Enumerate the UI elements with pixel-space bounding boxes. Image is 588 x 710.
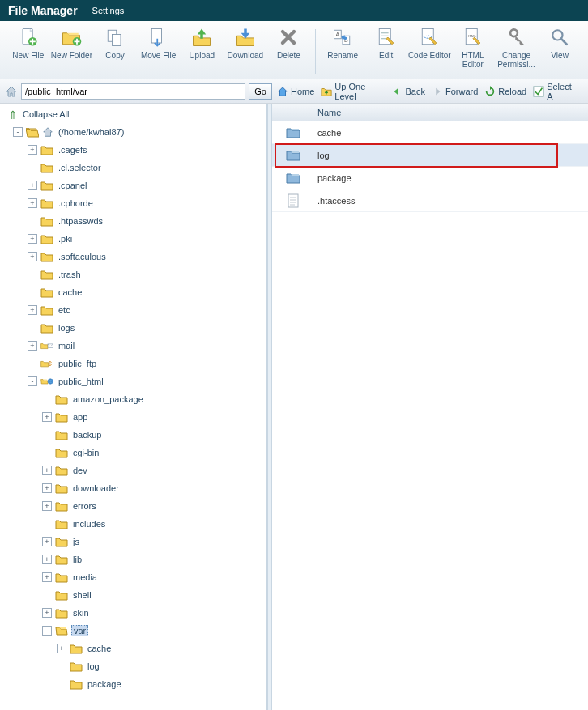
expand-toggle[interactable]: - bbox=[13, 127, 23, 137]
nav-select-all[interactable]: Select A bbox=[533, 82, 577, 101]
file-row-.htaccess[interactable]: .htaccess bbox=[272, 189, 588, 212]
expand-toggle[interactable]: - bbox=[28, 376, 37, 386]
tree-item-.cl.selector[interactable]: .cl.selector bbox=[8, 159, 263, 176]
tree-item-mail[interactable]: +mail bbox=[8, 337, 263, 355]
file-row-log[interactable]: log bbox=[272, 144, 588, 167]
folder-icon bbox=[70, 643, 83, 654]
reload-icon bbox=[484, 86, 496, 97]
home-icon[interactable] bbox=[5, 85, 18, 98]
folder-icon bbox=[55, 393, 68, 405]
folder-icon bbox=[55, 447, 68, 458]
tree-item-.softaculous[interactable]: +.softaculous bbox=[8, 248, 263, 266]
tree-item-downloader[interactable]: +downloader bbox=[8, 479, 263, 497]
tree-item-backup[interactable]: backup bbox=[8, 426, 263, 444]
tree-item-media[interactable]: +media bbox=[8, 568, 263, 586]
tree-item-.pki[interactable]: +.pki bbox=[8, 230, 263, 248]
tree-item-logs[interactable]: logs bbox=[8, 319, 263, 337]
tree-item-js[interactable]: +js bbox=[8, 533, 263, 551]
nav-home[interactable]: Home bbox=[277, 86, 314, 97]
go-button[interactable]: Go bbox=[249, 83, 272, 100]
tree-item-var[interactable]: -var bbox=[8, 622, 263, 640]
tree-item-lib[interactable]: +lib bbox=[8, 551, 263, 568]
toolbar-new-folder[interactable]: New Folder bbox=[50, 26, 94, 60]
nav-forward[interactable]: Forward bbox=[432, 86, 478, 97]
file-row-cache[interactable]: cache bbox=[272, 121, 588, 144]
tree-item-log[interactable]: log bbox=[8, 657, 263, 675]
toolbar-edit[interactable]: Edit bbox=[364, 26, 408, 60]
folder-icon bbox=[40, 198, 53, 209]
tree-item-errors[interactable]: +errors bbox=[8, 497, 263, 515]
expand-toggle[interactable]: + bbox=[28, 234, 37, 244]
expand-toggle[interactable]: + bbox=[28, 252, 37, 261]
expand-toggle[interactable]: + bbox=[28, 198, 37, 208]
tree-item-.cagefs[interactable]: +.cagefs bbox=[8, 141, 263, 159]
svg-text:A: A bbox=[336, 32, 340, 37]
toolbar-label: Move File bbox=[141, 51, 176, 60]
expand-toggle[interactable]: + bbox=[42, 572, 52, 582]
tree-item-public_ftp[interactable]: public_ftp bbox=[8, 355, 263, 372]
expand-toggle[interactable]: + bbox=[42, 501, 52, 511]
folder-icon bbox=[40, 304, 53, 316]
path-input[interactable] bbox=[21, 83, 245, 100]
nav-back[interactable]: Back bbox=[391, 86, 424, 97]
tree-item-shell[interactable]: shell bbox=[8, 586, 263, 604]
check-icon bbox=[533, 86, 544, 97]
nav-reload[interactable]: Reload bbox=[484, 86, 526, 97]
toolbar-code-editor[interactable]: </>Code Editor bbox=[407, 26, 451, 60]
settings-link[interactable]: Settings bbox=[92, 6, 125, 15]
column-name[interactable]: Name bbox=[314, 108, 588, 117]
tree-item-includes[interactable]: includes bbox=[8, 515, 263, 533]
expand-toggle[interactable]: + bbox=[42, 537, 52, 546]
tree-item-skin[interactable]: +skin bbox=[8, 604, 263, 622]
tree-item-dev[interactable]: +dev bbox=[8, 461, 263, 479]
tree-item-public_html[interactable]: -public_html bbox=[8, 372, 263, 390]
tree-item-etc[interactable]: +etc bbox=[8, 301, 263, 319]
toolbar-copy[interactable]: Copy bbox=[93, 26, 137, 60]
toolbar-perms[interactable]: Change Permissi... bbox=[495, 26, 539, 69]
tree-item-cache[interactable]: cache bbox=[8, 283, 263, 301]
toolbar-rename[interactable]: ABRename bbox=[321, 26, 364, 60]
tree-root[interactable]: - (/home/kwhal87) bbox=[8, 123, 263, 141]
tree-item-.cphorde[interactable]: +.cphorde bbox=[8, 194, 263, 212]
expand-toggle[interactable]: + bbox=[28, 305, 37, 315]
tree-item-cgi-bin[interactable]: cgi-bin bbox=[8, 444, 263, 461]
toolbar-download[interactable]: Download bbox=[224, 26, 267, 60]
expand-toggle[interactable]: + bbox=[42, 483, 52, 493]
expand-toggle[interactable]: + bbox=[57, 644, 66, 653]
collapse-all[interactable]: ⇑ Collapse All bbox=[8, 108, 263, 120]
html-editor-icon: HTML bbox=[462, 26, 484, 49]
expand-toggle[interactable]: + bbox=[28, 341, 37, 351]
expand-toggle[interactable]: - bbox=[42, 626, 52, 636]
toolbar-delete[interactable]: Delete bbox=[267, 26, 311, 60]
tree-label: .cpanel bbox=[57, 181, 88, 190]
expand-toggle bbox=[28, 287, 37, 297]
upload-icon bbox=[190, 26, 213, 49]
expand-toggle[interactable]: + bbox=[42, 555, 52, 564]
tree-item-app[interactable]: +app bbox=[8, 408, 263, 426]
file-row-package[interactable]: package bbox=[272, 167, 588, 189]
nav-up-one-level[interactable]: Up One Level bbox=[321, 82, 385, 101]
tree-item-amazon_package[interactable]: amazon_package bbox=[8, 390, 263, 408]
folder-icon bbox=[55, 411, 68, 423]
toolbar-view[interactable]: View bbox=[538, 26, 582, 60]
folder-icon bbox=[40, 287, 53, 298]
tree-item-cache[interactable]: +cache bbox=[8, 640, 263, 657]
toolbar-upload[interactable]: Upload bbox=[180, 26, 224, 60]
toolbar-move-file[interactable]: Move File bbox=[137, 26, 181, 60]
file-name: package bbox=[314, 173, 588, 183]
toolbar-html-editor[interactable]: HTMLHTML Editor bbox=[451, 26, 495, 69]
expand-toggle[interactable]: + bbox=[28, 145, 37, 155]
tree-item-.htpasswds[interactable]: .htpasswds bbox=[8, 212, 263, 230]
tree-item-package[interactable]: package bbox=[8, 675, 263, 693]
arrow-right-icon bbox=[432, 86, 443, 97]
expand-toggle[interactable]: + bbox=[28, 181, 37, 190]
expand-toggle[interactable]: + bbox=[42, 466, 52, 475]
tree-item-.cpanel[interactable]: +.cpanel bbox=[8, 176, 263, 194]
expand-toggle[interactable]: + bbox=[42, 412, 52, 422]
toolbar-label: HTML Editor bbox=[451, 51, 495, 69]
toolbar-new-file[interactable]: New File bbox=[6, 26, 50, 60]
expand-toggle[interactable]: + bbox=[42, 608, 52, 618]
ftp-icon bbox=[40, 358, 53, 369]
tree-item-.trash[interactable]: .trash bbox=[8, 266, 263, 283]
file-icon bbox=[272, 193, 314, 208]
